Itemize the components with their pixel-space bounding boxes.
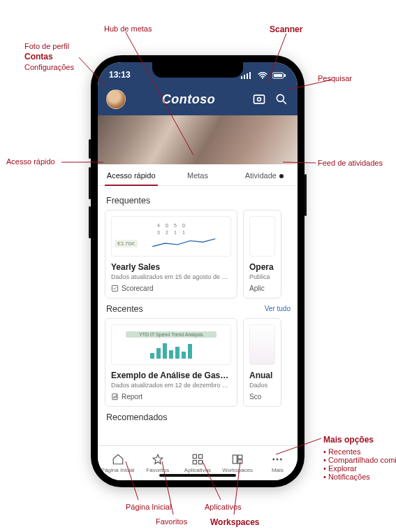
callout-acesso-rapido: Acesso rápido [6,157,55,166]
nav-label: Workspaces [222,467,253,473]
svg-rect-2 [247,73,248,79]
hero-image [98,115,298,164]
nav-label: Aplicativos [184,467,211,473]
tab-label: Metas [187,171,208,180]
card-opera-peek[interactable]: Opera Publica Aplic [243,210,281,299]
tab-quick-access[interactable]: Acesso rápido [98,164,164,185]
callout-contas: Contas [24,52,53,62]
side-button [89,206,91,238]
report-icon [111,393,119,401]
card-thumbnail [249,216,275,257]
card-thumbnail: YTD IT Spend Trend Analysis [111,324,231,365]
wifi-icon [258,72,267,79]
svg-rect-3 [249,72,251,79]
callout-hub-metas: Hub de metas [104,24,152,33]
signal-icon [241,72,252,79]
workspaces-icon [231,453,244,466]
callout-scanner: Scanner [270,24,302,34]
card-title: Opera [249,262,275,272]
profile-avatar[interactable] [106,89,126,109]
svg-point-9 [258,98,261,101]
callout-aplicativos: Aplicativos [205,503,242,511]
scorecard-icon [111,285,119,292]
callout-foto-perfil: Foto de perfil [24,42,69,50]
nav-workspaces[interactable]: Workspaces [218,453,258,473]
callout-pagina-inicial: Página Inicial [126,503,171,511]
search-button[interactable] [274,92,289,107]
card-subtitle: Dados atualizados em 15 de agosto de 202… [111,273,231,280]
svg-rect-16 [116,395,117,398]
card-subtitle: Dados atualizados em 12 de dezembro de 2… [111,382,231,389]
svg-point-24 [273,459,275,461]
status-icons [238,70,286,80]
card-yearly-sales[interactable]: 4050 3211 €3.76K Yearly Sales Dados atua… [105,210,237,299]
svg-rect-23 [238,460,242,463]
tabs-row: Acesso rápido Metas Atividade [98,164,298,186]
svg-rect-6 [274,74,282,77]
frequentes-scroll[interactable]: 4050 3211 €3.76K Yearly Sales Dados atua… [105,210,291,299]
bottom-nav: Página Inicial Favoritos Aplicativos Wor… [98,445,298,480]
svg-rect-15 [115,396,115,398]
see-all-link[interactable]: Ver tudo [265,305,291,312]
app-header: Contoso [98,83,298,115]
scanner-icon [252,92,266,106]
card-subtitle: Dados [249,382,275,389]
svg-point-4 [262,77,263,78]
card-subtitle: Publica [249,273,275,280]
svg-rect-22 [238,455,242,459]
nav-apps[interactable]: Aplicativos [177,453,217,473]
callout-feed-atividades: Feed de atividades [318,159,383,167]
status-time: 13:13 [109,70,131,80]
svg-rect-21 [233,455,237,463]
callout-favoritos: Favoritos [156,517,187,526]
star-icon [152,453,164,466]
svg-point-26 [280,459,282,461]
tab-goals[interactable]: Metas [164,164,230,185]
brand-title: Contoso [133,92,244,107]
section-title-frequentes: Frequentes [106,196,291,206]
tab-label: Acesso rápido [107,171,156,180]
card-meta: Aplic [249,285,275,292]
card-meta: Report [111,393,231,401]
tab-activity[interactable]: Atividade [231,164,298,185]
scanner-button[interactable] [251,92,267,107]
activity-dot-icon [279,174,284,178]
phone-notch [152,62,243,78]
card-meta: Scorecard [111,285,231,292]
svg-rect-18 [198,454,202,458]
svg-line-11 [284,101,286,104]
nav-label: Página Inicial [101,467,135,473]
bars-icon [150,342,192,359]
nav-label: Favoritos [146,467,169,473]
nav-home[interactable]: Página Inicial [98,453,138,473]
card-meta: Sco [249,393,275,401]
card-it-spend[interactable]: YTD IT Spend Trend Analysis Exemplo de A… [105,318,237,407]
search-icon [274,92,288,106]
svg-rect-0 [241,76,242,79]
apps-icon [191,453,204,466]
svg-point-10 [277,94,284,101]
side-button [305,174,307,216]
content-area[interactable]: Frequentes 4050 3211 €3.76K Yearly Sales… [98,186,298,467]
sparkline-icon [140,237,228,250]
home-indicator [159,474,236,477]
svg-rect-8 [254,95,265,103]
callout-configuracoes: Configurações [24,63,74,71]
card-title: Yearly Sales [111,262,231,272]
callout-pesquisar: Pesquisar [318,74,352,82]
phone-frame: 13:13 Contoso Acesso rápido Metas Ativid… [91,55,305,487]
recentes-scroll[interactable]: YTD IT Spend Trend Analysis Exemplo de A… [105,318,291,407]
phone-screen: 13:13 Contoso Acesso rápido Metas Ativid… [98,62,298,480]
more-icon [271,453,284,466]
card-anual-peek[interactable]: Anual Dados Sco [243,318,281,407]
battery-icon [272,72,286,79]
nav-more[interactable]: Mais [258,453,298,473]
svg-rect-7 [284,74,286,77]
svg-rect-14 [113,397,114,398]
svg-rect-19 [193,461,196,464]
callout-workspaces: Workspaces [210,517,259,527]
nav-favorites[interactable]: Favoritos [138,453,177,473]
section-title-recomendados: Recomendados [106,412,291,422]
card-thumbnail: 4050 3211 €3.76K [111,216,231,257]
nav-label: Mais [272,467,284,473]
